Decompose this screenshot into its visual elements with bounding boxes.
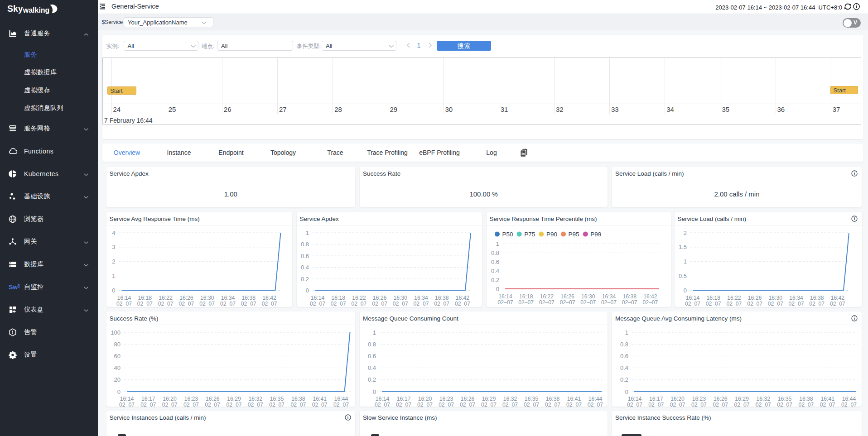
svg-text:P90: P90: [546, 231, 557, 238]
svg-text:16:34: 16:34: [221, 295, 235, 301]
svg-text:02–07: 02–07: [691, 402, 707, 407]
svg-text:02–07: 02–07: [413, 301, 429, 307]
svg-text:16:14: 16:14: [685, 295, 699, 301]
svg-text:0: 0: [373, 388, 376, 395]
svg-text:16:18: 16:18: [331, 295, 345, 301]
svg-text:16:29: 16:29: [482, 396, 496, 402]
svg-text:02–07: 02–07: [497, 299, 513, 306]
svg-text:16:42: 16:42: [262, 295, 276, 301]
svg-text:16:20: 16:20: [670, 396, 685, 402]
svg-text:Sw: Sw: [9, 283, 18, 291]
svg-text:02–07: 02–07: [439, 402, 454, 407]
svg-text:80: 80: [114, 341, 120, 348]
svg-text:02–07: 02–07: [829, 301, 845, 307]
svg-text:1: 1: [305, 230, 309, 236]
svg-text:02–07: 02–07: [545, 402, 560, 407]
svg-text:02–07: 02–07: [713, 402, 728, 407]
svg-text:16:14: 16:14: [120, 396, 134, 402]
svg-text:02–07: 02–07: [809, 301, 825, 307]
svg-text:0.8: 0.8: [368, 341, 376, 348]
svg-text:02–07: 02–07: [481, 402, 497, 407]
svg-text:16:26: 16:26: [560, 293, 574, 300]
svg-text:16:30: 16:30: [393, 295, 407, 301]
svg-text:16:22: 16:22: [727, 295, 741, 301]
svg-text:02–07: 02–07: [454, 301, 470, 307]
svg-text:02–07: 02–07: [434, 301, 449, 307]
svg-text:16:29: 16:29: [735, 396, 749, 402]
svg-text:02–07: 02–07: [333, 402, 349, 407]
svg-text:0.6: 0.6: [300, 253, 309, 259]
svg-text:4: 4: [112, 230, 115, 236]
svg-text:16:38: 16:38: [546, 396, 560, 402]
svg-text:16:44: 16:44: [588, 396, 603, 402]
svg-text:1: 1: [496, 240, 499, 247]
svg-text:16:32: 16:32: [503, 396, 517, 402]
svg-text:16:35: 16:35: [778, 396, 792, 402]
svg-text:100: 100: [111, 329, 121, 336]
svg-text:02–07: 02–07: [841, 402, 857, 407]
svg-text:02–07: 02–07: [580, 299, 596, 306]
svg-text:02–07: 02–07: [116, 301, 132, 307]
svg-text:0.6: 0.6: [368, 353, 376, 359]
svg-text:16:32: 16:32: [757, 396, 771, 402]
svg-text:02–07: 02–07: [158, 301, 173, 307]
svg-text:16:29: 16:29: [227, 396, 241, 402]
svg-text:16:23: 16:23: [439, 396, 453, 402]
svg-text:02–07: 02–07: [351, 301, 366, 307]
svg-text:0.2: 0.2: [491, 277, 499, 283]
svg-text:16:42: 16:42: [455, 295, 469, 301]
svg-text:02–07: 02–07: [417, 402, 433, 407]
svg-text:0: 0: [625, 388, 628, 395]
svg-text:16:38: 16:38: [291, 396, 305, 402]
svg-text:16:14: 16:14: [498, 293, 512, 300]
svg-text:0.5: 0.5: [678, 273, 686, 279]
svg-text:02–07: 02–07: [518, 299, 534, 306]
svg-text:02–07: 02–07: [539, 299, 554, 306]
svg-text:0.4: 0.4: [300, 264, 309, 271]
svg-text:16:14: 16:14: [117, 295, 131, 301]
svg-text:02–07: 02–07: [767, 301, 783, 307]
svg-text:02–07: 02–07: [119, 402, 135, 407]
svg-text:16:26: 16:26: [205, 396, 219, 402]
svg-text:02–07: 02–07: [205, 402, 220, 407]
svg-text:16:26: 16:26: [372, 295, 386, 301]
svg-text:0.2: 0.2: [300, 276, 309, 283]
svg-text:02–07: 02–07: [820, 402, 835, 407]
svg-text:02–07: 02–07: [330, 301, 346, 307]
svg-text:0.4: 0.4: [368, 364, 376, 371]
svg-text:16:44: 16:44: [842, 396, 856, 402]
svg-text:02–07: 02–07: [566, 402, 582, 407]
svg-text:02–07: 02–07: [178, 301, 194, 307]
svg-text:16:23: 16:23: [692, 396, 706, 402]
svg-text:02–07: 02–07: [372, 301, 387, 307]
svg-text:16:34: 16:34: [602, 293, 616, 300]
svg-text:16:34: 16:34: [414, 295, 428, 301]
svg-text:02–07: 02–07: [392, 301, 408, 307]
svg-text:02–07: 02–07: [648, 402, 664, 407]
svg-text:P50: P50: [502, 231, 513, 238]
svg-text:02–07: 02–07: [137, 301, 152, 307]
svg-text:60: 60: [114, 353, 120, 359]
svg-text:02–07: 02–07: [705, 301, 721, 307]
svg-text:40: 40: [114, 364, 120, 371]
svg-text:16:41: 16:41: [567, 396, 581, 402]
svg-text:1: 1: [625, 329, 628, 336]
svg-text:0: 0: [112, 287, 115, 294]
svg-text:02–07: 02–07: [247, 402, 263, 407]
svg-text:02–07: 02–07: [798, 402, 814, 407]
svg-text:02–07: 02–07: [310, 301, 325, 307]
svg-text:16:30: 16:30: [768, 295, 782, 301]
svg-text:02–07: 02–07: [226, 402, 241, 407]
svg-text:16:18: 16:18: [138, 295, 152, 301]
svg-text:0: 0: [496, 286, 499, 292]
svg-text:02–07: 02–07: [670, 402, 685, 407]
svg-text:0.6: 0.6: [620, 353, 628, 359]
svg-text:02–07: 02–07: [261, 301, 277, 307]
svg-text:0.8: 0.8: [491, 249, 499, 256]
svg-text:16:17: 16:17: [141, 396, 155, 402]
svg-text:16:17: 16:17: [397, 396, 411, 402]
svg-text:02–07: 02–07: [601, 299, 617, 306]
svg-text:16:35: 16:35: [270, 396, 284, 402]
svg-text:2: 2: [112, 258, 115, 265]
svg-text:16:38: 16:38: [622, 293, 637, 300]
